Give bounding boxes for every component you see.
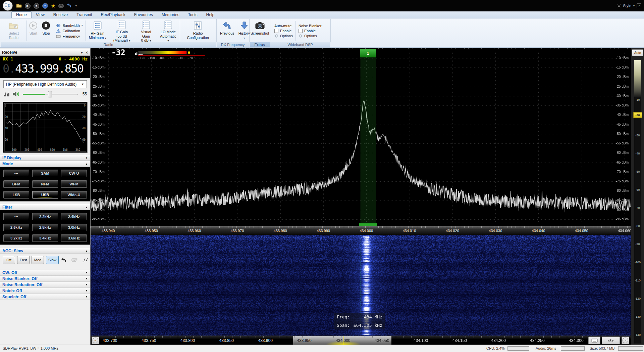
hang-graph-icon[interactable] bbox=[82, 257, 88, 263]
undo-step-icon[interactable] bbox=[61, 257, 67, 263]
contrast-slider-track[interactable] bbox=[634, 60, 641, 344]
nav-zoom-button[interactable]: x5 ▸ bbox=[602, 337, 620, 344]
dsp-section-row[interactable]: Squelch: Off▼ bbox=[0, 294, 90, 300]
speaker-icon[interactable] bbox=[12, 91, 20, 97]
mute-tag-icon[interactable] bbox=[71, 258, 77, 262]
nav-scroll-left-button[interactable]: « bbox=[92, 337, 99, 344]
tab-transmit[interactable]: Transmit bbox=[72, 12, 96, 18]
panel-close-icon[interactable]: ✕ bbox=[86, 51, 88, 54]
vfo-marker-tab[interactable]: 1 bbox=[360, 49, 376, 57]
frequency-navigation-bar[interactable]: 433.700433.750433.800433.850433.900433.9… bbox=[91, 336, 631, 345]
select-radio-button[interactable]: Select Radio bbox=[2, 19, 25, 42]
favourite-star-icon[interactable]: ★ bbox=[51, 3, 55, 8]
filter-button[interactable]: ••• bbox=[3, 213, 29, 220]
mode-section-header[interactable]: Mode▲ bbox=[0, 161, 90, 167]
play-icon[interactable]: ▶ bbox=[25, 3, 31, 9]
radio-configuration-button[interactable]: Radio Configuration bbox=[181, 19, 215, 42]
gain-dropdown-button[interactable]: LO Mode Automatic ▾ bbox=[157, 19, 179, 42]
previous-button[interactable]: Previous bbox=[218, 19, 236, 42]
style-button-label[interactable]: Style bbox=[623, 4, 631, 8]
mode-button[interactable]: BFM bbox=[3, 180, 29, 188]
nav-scroll-right-button[interactable]: » bbox=[622, 337, 629, 344]
filter-button[interactable]: 2.2kHz bbox=[32, 213, 58, 220]
stop-button[interactable]: Stop bbox=[40, 19, 52, 42]
calibration-button[interactable]: Calibration bbox=[56, 29, 83, 33]
tab-tools[interactable]: Tools bbox=[184, 12, 202, 18]
automute-options[interactable]: Options bbox=[274, 34, 293, 38]
open-folder-icon[interactable] bbox=[16, 3, 22, 8]
automute-enable-checkbox[interactable] bbox=[274, 29, 278, 33]
equalizer-icon[interactable] bbox=[3, 91, 9, 97]
contrast-slider-handle[interactable]: -20 bbox=[633, 112, 642, 118]
spectrum-frequency-scale[interactable]: 433.940433.950433.960433.970433.980433.9… bbox=[91, 226, 631, 235]
agc-button[interactable]: Fast bbox=[17, 256, 30, 264]
noiseblanker-enable[interactable]: Enable bbox=[299, 29, 323, 33]
mode-button[interactable]: USB bbox=[32, 191, 58, 199]
help-icon[interactable]: ? bbox=[637, 3, 641, 8]
filter-button[interactable]: 3.2kHz bbox=[3, 234, 29, 242]
tab-rec-playback[interactable]: Rec/Playback bbox=[96, 12, 129, 18]
audio-device-select[interactable]: HP (Périphérique High Definition Audio) … bbox=[3, 80, 87, 88]
noiseblanker-enable-checkbox[interactable] bbox=[299, 29, 303, 33]
filter-button[interactable]: 2.6kHz bbox=[3, 224, 29, 231]
frequency-display[interactable]: 0.433.999.850 bbox=[3, 62, 88, 75]
volume-slider[interactable] bbox=[23, 91, 78, 97]
dsp-section-row[interactable]: Notch: Off▼ bbox=[0, 288, 90, 294]
automute-enable[interactable]: Enable bbox=[274, 29, 293, 33]
gain-dropdown-button[interactable]: RF Gain Minimum ▾ bbox=[87, 19, 109, 42]
frequency-button[interactable]: Frequency bbox=[56, 34, 83, 38]
mode-button[interactable]: WFM bbox=[61, 180, 87, 188]
tab-memories[interactable]: Memories bbox=[157, 12, 184, 18]
spectrum-display[interactable]: -10 dBm-15 dBm-20 dBm-25 dBm-30 dBm-35 d… bbox=[91, 48, 631, 235]
agc-button[interactable]: Slow bbox=[46, 256, 59, 264]
vfo-filter-band[interactable] bbox=[360, 57, 376, 223]
agc-button[interactable]: Med bbox=[32, 256, 44, 264]
add-icon[interactable]: + bbox=[42, 3, 48, 9]
style-gear-icon[interactable] bbox=[617, 4, 621, 8]
filter-button[interactable]: 2.8kHz bbox=[32, 224, 58, 231]
chevron-up-icon: ▲ bbox=[85, 206, 88, 209]
filter-section-header[interactable]: Filter▲ bbox=[0, 204, 90, 210]
mode-button[interactable]: Wide-U bbox=[61, 191, 87, 199]
gear-icon bbox=[274, 34, 278, 38]
bandwidth-button[interactable]: Bandwidth▾ bbox=[56, 24, 83, 28]
tab-receive[interactable]: Receive bbox=[49, 12, 72, 18]
filter-button[interactable]: 2.4kHz bbox=[61, 213, 87, 220]
mode-button[interactable]: LSB bbox=[3, 191, 29, 199]
tab-favourites[interactable]: Favourites bbox=[130, 12, 157, 18]
volume-slider-thumb[interactable] bbox=[48, 91, 52, 97]
start-button[interactable]: Start bbox=[27, 19, 40, 42]
qat-dropdown-icon[interactable]: ▾ bbox=[75, 4, 77, 7]
nav-keyboard-button[interactable] bbox=[588, 337, 600, 344]
mode-button[interactable]: CW-U bbox=[61, 170, 87, 177]
filter-button[interactable]: 3.0kHz bbox=[61, 224, 87, 231]
tab-home[interactable]: Home bbox=[11, 11, 32, 18]
panel-collapse-icon[interactable]: ▾ bbox=[81, 51, 83, 54]
undo-icon[interactable] bbox=[67, 3, 72, 8]
tab-view[interactable]: View bbox=[32, 12, 49, 18]
agc-button[interactable]: Off bbox=[3, 256, 15, 264]
filter-button[interactable]: 3.4kHz bbox=[32, 234, 58, 242]
auto-contrast-button[interactable]: Auto bbox=[632, 49, 643, 56]
tab-help[interactable]: Help bbox=[202, 12, 219, 18]
combo-caret-icon[interactable]: ▼ bbox=[79, 83, 87, 86]
agc-section-header[interactable]: AGC: Slow▲ bbox=[0, 248, 90, 254]
if-display-section-header[interactable]: IF Display▼ bbox=[0, 155, 90, 161]
screenshot-button[interactable]: Screenshot bbox=[249, 19, 271, 42]
waterfall-display[interactable]: Freq:434 MHz Span:±64.305 kHz bbox=[91, 235, 631, 336]
stop-icon[interactable]: ■ bbox=[34, 3, 39, 9]
app-menu-button[interactable] bbox=[3, 1, 13, 11]
noiseblanker-options[interactable]: Options bbox=[299, 34, 323, 38]
style-caret-icon[interactable]: ▾ bbox=[633, 4, 635, 7]
bandwidth-icon bbox=[56, 24, 61, 28]
mode-button[interactable]: SAM bbox=[32, 170, 58, 177]
mode-button[interactable]: NFM bbox=[32, 180, 58, 188]
gain-dropdown-button[interactable]: Visual Gain 0 dB ▾ bbox=[135, 19, 157, 42]
mode-button[interactable]: ••• bbox=[3, 170, 29, 177]
dsp-section-row[interactable]: Noise Reduction: Off▼ bbox=[0, 282, 90, 288]
gain-dropdown-button[interactable]: IF Gain -55 dB (Manual) ▾ bbox=[109, 19, 135, 42]
camera-icon[interactable] bbox=[58, 3, 64, 8]
dsp-section-row[interactable]: CW: Off▼ bbox=[0, 270, 90, 276]
dsp-section-row[interactable]: Noise Blanker: Off▼ bbox=[0, 276, 90, 282]
filter-button[interactable]: 3.6kHz bbox=[61, 234, 87, 242]
